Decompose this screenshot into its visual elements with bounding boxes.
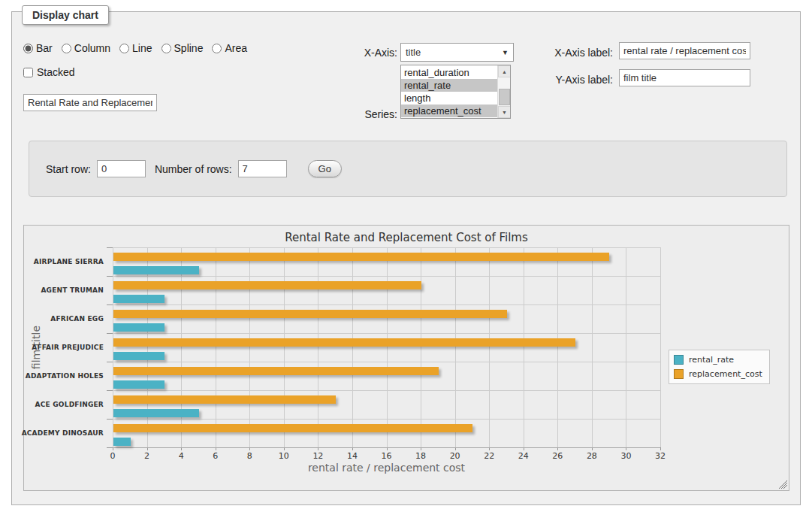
y-tick-mark	[107, 276, 113, 277]
number-of-rows-input[interactable]	[238, 160, 287, 177]
category-label: AIRPLANE SIERRA	[14, 247, 104, 276]
category-label: AFRICAN EGG	[14, 304, 104, 333]
x-tick-label: 0	[98, 451, 128, 461]
category-band: ACE GOLDFINGER	[113, 390, 660, 419]
x-axis-line	[113, 447, 660, 448]
radio-bar[interactable]: Bar	[23, 42, 53, 54]
y-tick-mark	[107, 304, 113, 305]
legend-row: replacement_cost	[674, 369, 762, 379]
y-tick-mark	[107, 390, 113, 391]
y-axis-label-input[interactable]	[619, 69, 750, 86]
radio-column-input[interactable]	[62, 44, 71, 53]
category-band: ACADEMY DINOSAUR	[113, 419, 660, 447]
scroll-up-icon[interactable]: ▲	[498, 65, 511, 77]
radio-area-input[interactable]	[212, 44, 222, 53]
x-tick-label: 22	[474, 451, 504, 461]
bar-rental_rate	[113, 295, 165, 303]
rows-panel: Start row: Number of rows: Go	[29, 141, 787, 197]
series-listbox-label: Series:	[343, 108, 397, 120]
x-axis-selected-value: title	[406, 47, 421, 58]
start-row-input[interactable]	[97, 160, 146, 177]
series-option-rental_rate[interactable]: rental_rate	[401, 79, 497, 92]
x-axis-select[interactable]: title ▼	[400, 43, 514, 62]
category-band: AFRICAN EGG	[113, 304, 660, 333]
category-label: ACE GOLDFINGER	[14, 390, 104, 419]
y-axis-label-label: Y-Axis label:	[538, 74, 613, 86]
radio-spline-input[interactable]	[161, 44, 171, 53]
x-tick-label: 30	[611, 451, 641, 461]
series-option-rental_duration[interactable]: rental_duration	[401, 66, 497, 79]
x-tick-label: 20	[440, 451, 470, 461]
bar-rental_rate	[113, 323, 165, 332]
chart-type-radio-group: Bar Column Line Spline Area	[23, 42, 247, 54]
chart-legend: rental_ratereplacement_cost	[669, 350, 770, 384]
category-band: AFFAIR PREJUDICE	[113, 333, 660, 362]
x-tick-label: 8	[234, 451, 264, 461]
radio-line-input[interactable]	[119, 44, 129, 53]
bar-rental_rate	[113, 380, 165, 389]
x-tick-label: 14	[337, 451, 367, 461]
select-dropdown-arrow-icon: ▼	[502, 44, 509, 62]
x-axis-label-input[interactable]	[619, 42, 750, 59]
x-tick-label: 28	[577, 451, 607, 461]
category-band: ADAPTATION HOLES	[113, 362, 660, 390]
legend-label: rental_rate	[689, 355, 734, 365]
bar-replacement_cost	[113, 281, 421, 289]
chart-title-input[interactable]	[23, 94, 157, 111]
bar-replacement_cost	[113, 338, 575, 347]
radio-spline[interactable]: Spline	[161, 42, 204, 54]
x-axis-select-label: X-Axis:	[343, 47, 397, 59]
radio-line[interactable]: Line	[119, 42, 152, 54]
legend-swatch-replacement_cost	[674, 369, 684, 379]
series-option-replacement_cost[interactable]: replacement_cost	[401, 105, 497, 117]
plot-area: 02468101214161820222426283032AIRPLANE SI…	[113, 247, 660, 447]
bar-replacement_cost	[113, 424, 472, 432]
series-options: rental_durationrental_ratelengthreplacem…	[401, 66, 497, 117]
legend-swatch-rental_rate	[674, 355, 684, 365]
x-tick-label: 10	[269, 451, 299, 461]
series-listbox[interactable]: rental_durationrental_ratelengthreplacem…	[400, 65, 511, 119]
x-tick-label: 2	[132, 451, 162, 461]
scrollbar-thumb[interactable]	[499, 89, 510, 105]
go-button[interactable]: Go	[308, 160, 342, 177]
series-option-length[interactable]: length	[401, 92, 497, 105]
x-tick-label: 4	[166, 451, 196, 461]
stacked-label: Stacked	[37, 66, 75, 78]
y-tick-mark	[107, 247, 113, 248]
radio-bar-input[interactable]	[23, 44, 33, 53]
stacked-checkbox[interactable]	[23, 68, 33, 77]
stacked-row: Stacked	[23, 66, 75, 78]
fieldset-legend: Display chart	[22, 5, 109, 25]
bar-replacement_cost	[113, 310, 507, 318]
x-tick-label: 32	[645, 451, 675, 461]
x-tick-label: 16	[372, 451, 402, 461]
series-listbox-scrollbar[interactable]: ▲ ▼	[497, 65, 510, 118]
x-tick-mark	[660, 447, 661, 450]
category-label: AFFAIR PREJUDICE	[14, 333, 104, 362]
category-band: AGENT TRUMAN	[113, 276, 660, 304]
y-tick-mark	[107, 419, 113, 420]
x-tick-label: 26	[542, 451, 572, 461]
start-row-label: Start row:	[46, 163, 91, 175]
bar-replacement_cost	[113, 367, 439, 375]
x-tick-label: 12	[303, 451, 333, 461]
scroll-down-icon[interactable]: ▼	[498, 106, 511, 118]
radio-column[interactable]: Column	[62, 42, 110, 54]
radio-area[interactable]: Area	[212, 42, 247, 54]
legend-label: replacement_cost	[689, 369, 762, 379]
y-tick-mark	[107, 447, 113, 448]
chart-resize-handle-icon[interactable]	[779, 480, 787, 489]
x-axis-label-label: X-Axis label:	[538, 47, 613, 59]
display-chart-fieldset: Display chart Bar Column Line Spline Are…	[11, 11, 801, 505]
category-label: AGENT TRUMAN	[14, 276, 104, 304]
x-tick-label: 6	[201, 451, 231, 461]
chart-container: Rental Rate and Replacement Cost of Film…	[23, 225, 789, 491]
category-label: ADAPTATION HOLES	[14, 362, 104, 390]
x-tick-label: 24	[509, 451, 539, 461]
bar-replacement_cost	[113, 395, 336, 404]
category-band: AIRPLANE SIERRA	[113, 247, 660, 276]
legend-row: rental_rate	[674, 355, 762, 365]
number-of-rows-label: Number of rows:	[155, 163, 232, 175]
bar-replacement_cost	[113, 253, 609, 261]
bar-rental_rate	[113, 438, 131, 446]
